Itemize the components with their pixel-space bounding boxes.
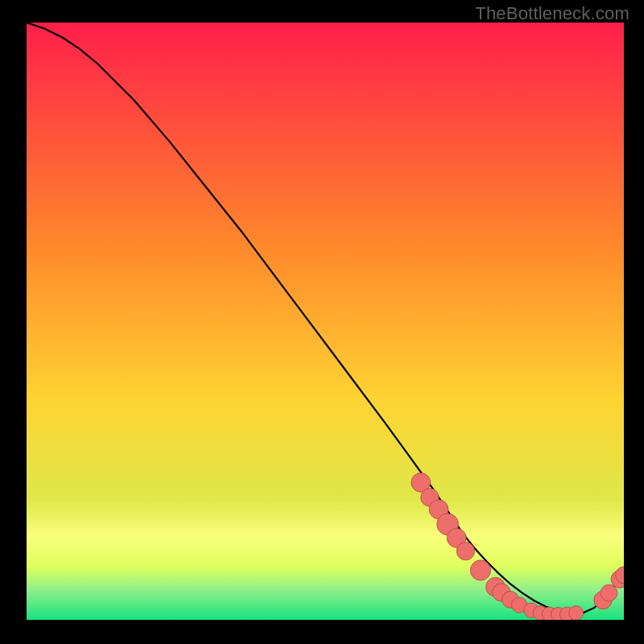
watermark-text: TheBottleneck.com — [475, 3, 630, 24]
curve-marker — [470, 560, 490, 580]
curve-marker — [569, 606, 584, 620]
plot-area — [27, 23, 624, 620]
chart-frame: TheBottleneck.com — [0, 0, 644, 644]
curve-marker — [456, 543, 474, 560]
curve-marker — [601, 584, 617, 601]
chart-svg — [27, 23, 624, 620]
gradient-background — [27, 23, 624, 620]
